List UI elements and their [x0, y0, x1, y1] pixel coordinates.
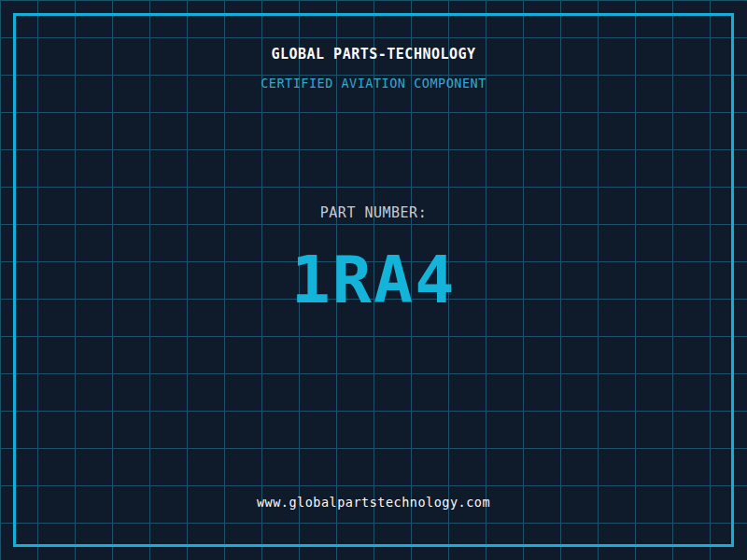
part-number-label: PART NUMBER: [0, 204, 747, 221]
certificate-page: GLOBAL PARTS-TECHNOLOGY CERTIFIED AVIATI… [0, 0, 747, 560]
website-url: www.globalpartstechnology.com [0, 495, 747, 510]
part-number-value: 1RA4 [0, 244, 747, 316]
certified-subtitle: CERTIFIED AVIATION COMPONENT [0, 76, 747, 91]
company-title: GLOBAL PARTS-TECHNOLOGY [0, 46, 747, 63]
